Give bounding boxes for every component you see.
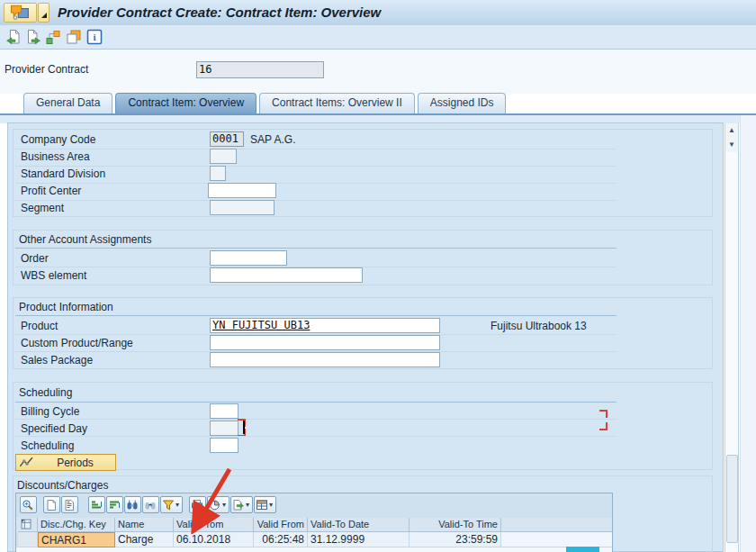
create-with-reference-icon[interactable] bbox=[5, 29, 22, 45]
text-cursor bbox=[243, 421, 245, 434]
group-discounts: Discounts/Charges bbox=[13, 475, 713, 552]
transaction-menu-button[interactable] bbox=[4, 3, 37, 23]
product-field[interactable]: YN FUJITSU UB13 bbox=[210, 318, 440, 333]
group-scheduling: Scheduling Billing Cycle Specified Day S… bbox=[13, 382, 713, 470]
layout-icon[interactable]: ▾ bbox=[254, 496, 276, 513]
cell-valid-to-time[interactable]: 23:59:59 bbox=[410, 532, 501, 547]
column-header-valid-from-time[interactable]: Valid From bbox=[254, 518, 308, 532]
product-label: Product bbox=[21, 320, 58, 332]
dropdown-caret-icon: ▾ bbox=[269, 501, 273, 509]
column-header-valid-from-date[interactable]: Valid From bbox=[174, 518, 254, 532]
sales-package-label: Sales Package bbox=[21, 354, 93, 366]
column-header-valid-to-time[interactable]: Valid-To Time bbox=[410, 518, 501, 532]
separator bbox=[15, 436, 616, 437]
segment-label: Segment bbox=[21, 202, 64, 214]
linked-objects-icon[interactable] bbox=[45, 29, 61, 45]
cell-name[interactable]: Charge bbox=[115, 532, 174, 547]
system-toolbar: i bbox=[0, 25, 756, 50]
cell-valid-from-date[interactable]: 06.10.2018 bbox=[174, 532, 254, 547]
group-other-assignments: Other Account Assignments Order WBS elem… bbox=[13, 230, 713, 285]
provider-contract-field[interactable]: 16 bbox=[196, 61, 324, 78]
sort-descending-icon[interactable] bbox=[106, 496, 123, 513]
scroll-down-button[interactable]: ▼ bbox=[725, 138, 738, 152]
tab-general-data[interactable]: General Data bbox=[23, 93, 112, 113]
discounts-title: Discounts/Charges bbox=[17, 479, 108, 492]
group-account: Company Code 0001 SAP A.G. Business Area… bbox=[13, 129, 713, 217]
info-icon[interactable]: i bbox=[86, 29, 103, 45]
scrollbar-thumb[interactable] bbox=[726, 455, 738, 543]
company-code-field[interactable]: 0001 bbox=[210, 131, 244, 147]
specified-day-field[interactable] bbox=[210, 421, 238, 436]
custom-product-field[interactable] bbox=[210, 335, 440, 350]
dropdown-caret-icon: ▾ bbox=[176, 501, 179, 509]
column-header-name[interactable]: Name bbox=[115, 518, 174, 532]
sort-ascending-icon[interactable] bbox=[88, 496, 105, 513]
scheduling-field-label: Scheduling bbox=[21, 439, 74, 452]
standard-division-field[interactable] bbox=[210, 166, 226, 181]
create-row-icon[interactable] bbox=[43, 496, 60, 513]
sap-window: Provider Contract Create: Contract Item:… bbox=[0, 0, 756, 552]
cell-key[interactable]: CHARG1 bbox=[38, 532, 115, 547]
scheduling-title: Scheduling bbox=[19, 386, 72, 399]
column-header-valid-to-date[interactable]: Valid-To Date bbox=[308, 518, 410, 532]
standard-division-label: Standard Division bbox=[21, 167, 105, 180]
tab-contract-item-overview[interactable]: Contract Item: Overview bbox=[115, 93, 256, 113]
teal-bar bbox=[566, 547, 599, 552]
tab-assigned-ids[interactable]: Assigned IDs bbox=[418, 93, 507, 113]
annotation-bracket-top bbox=[599, 410, 608, 418]
title-dropdown-button[interactable] bbox=[38, 3, 50, 23]
right-gutter bbox=[740, 115, 756, 552]
scroll-up-button[interactable]: ▲ bbox=[725, 123, 738, 138]
billing-cycle-label: Billing Cycle bbox=[21, 405, 79, 418]
cell-filler bbox=[501, 532, 613, 547]
select-all-icon bbox=[21, 519, 32, 529]
find-next-icon[interactable] bbox=[142, 496, 159, 513]
create-next-icon[interactable] bbox=[25, 29, 41, 45]
separator bbox=[15, 200, 616, 201]
scheduling-field[interactable] bbox=[210, 438, 238, 453]
tab-strip: General Data Contract Item: Overview Con… bbox=[23, 94, 506, 113]
table-header-row: Disc./Chg. Key Name Valid From Valid Fro… bbox=[16, 518, 612, 532]
separator bbox=[15, 419, 616, 420]
dropdown-caret-icon: ▾ bbox=[246, 501, 249, 509]
tab-contract-items-overview-ii[interactable]: Contract Items: Overview II bbox=[259, 93, 415, 113]
periods-button[interactable]: Periods bbox=[15, 454, 116, 471]
group-product-info: Product Information Product YN FUJITSU U… bbox=[13, 297, 713, 369]
sales-package-field[interactable] bbox=[210, 352, 440, 367]
periods-button-label: Periods bbox=[35, 457, 115, 469]
print-icon[interactable] bbox=[189, 496, 206, 513]
column-header-filler bbox=[501, 518, 613, 532]
cell-valid-to-date[interactable]: 31.12.9999 bbox=[308, 532, 410, 547]
segment-field[interactable] bbox=[210, 200, 274, 215]
separator bbox=[15, 248, 616, 249]
separator bbox=[15, 402, 616, 403]
title-bar: Provider Contract Create: Contract Item:… bbox=[0, 0, 756, 26]
vertical-scrollbar[interactable]: ▲ ▼ bbox=[724, 123, 739, 552]
custom-product-label: Custom Product/Range bbox=[21, 337, 133, 349]
filter-icon[interactable]: ▾ bbox=[160, 496, 183, 513]
export-icon[interactable]: ▾ bbox=[230, 496, 253, 513]
billing-cycle-field[interactable] bbox=[210, 403, 238, 419]
chat-window-icon bbox=[4, 4, 36, 22]
wbs-element-label: WBS element bbox=[21, 269, 86, 282]
order-field[interactable] bbox=[210, 250, 287, 266]
views-icon[interactable]: ▾ bbox=[207, 496, 230, 513]
change-icon[interactable] bbox=[61, 496, 78, 513]
business-area-field[interactable] bbox=[210, 149, 237, 164]
find-icon[interactable] bbox=[124, 496, 141, 513]
separator bbox=[15, 166, 616, 167]
row-select-cell[interactable] bbox=[18, 532, 38, 547]
details-icon[interactable] bbox=[20, 496, 37, 513]
product-desc: Fujitsu Ultrabook 13 bbox=[490, 320, 587, 332]
copy-icon[interactable] bbox=[66, 29, 82, 45]
column-header-key[interactable]: Disc./Chg. Key bbox=[38, 518, 115, 532]
specified-day-label: Specified Day bbox=[21, 422, 87, 435]
other-assignments-title: Other Account Assignments bbox=[19, 233, 151, 246]
profit-center-label: Profit Center bbox=[21, 185, 81, 197]
select-all-button[interactable] bbox=[18, 518, 38, 532]
table-row: CHARG1 Charge 06.10.2018 06:25:48 31.12.… bbox=[16, 532, 612, 547]
cell-valid-from-time[interactable]: 06:25:48 bbox=[254, 532, 308, 547]
wbs-element-field[interactable] bbox=[210, 267, 363, 283]
profit-center-field[interactable] bbox=[208, 183, 276, 198]
company-code-label: Company Code bbox=[21, 133, 95, 146]
